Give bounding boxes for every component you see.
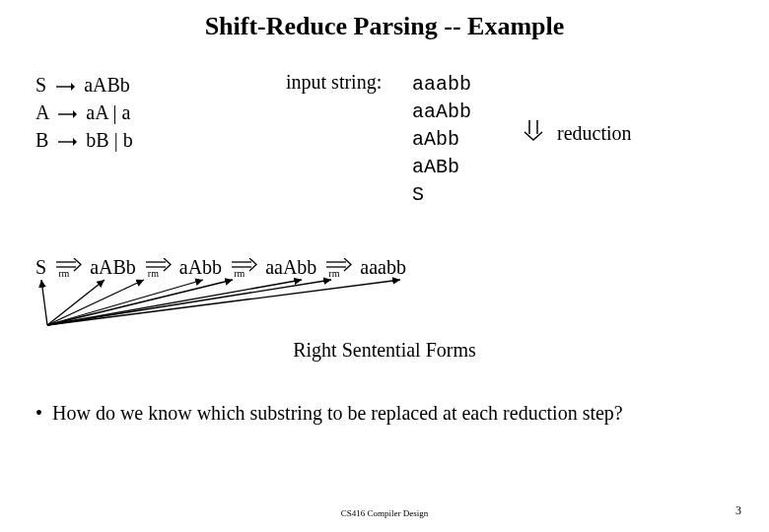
derivation-step: aaabb [412, 71, 471, 99]
derivation-step: aaAbb [412, 99, 471, 126]
produces-arrow-icon [57, 107, 77, 121]
grammar-lhs: S [35, 74, 46, 96]
grammar-block: S aABb A aA | a B bB | b [35, 71, 133, 154]
svg-line-23 [47, 280, 400, 325]
produces-arrow-icon [55, 80, 75, 94]
derivation-column: aaabb aaAbb aAbb aABb S [412, 71, 471, 209]
bullet-text: How do we know which substring to be rep… [52, 402, 623, 424]
derivation-step: aAbb [412, 126, 471, 154]
grammar-rule: B bB | b [35, 126, 133, 154]
handle-arrows-icon [35, 276, 450, 335]
svg-marker-5 [73, 138, 77, 146]
down-double-arrow-icon [523, 118, 544, 142]
svg-marker-1 [71, 83, 75, 91]
svg-marker-3 [73, 110, 77, 118]
grammar-rhs: aABb [84, 74, 130, 96]
reduction-label: reduction [557, 122, 632, 145]
page-number: 3 [735, 503, 741, 518]
svg-line-22 [47, 280, 331, 325]
svg-line-16 [41, 280, 47, 325]
produces-arrow-icon [57, 135, 77, 149]
derivation-step: aABb [412, 154, 471, 181]
derivation-step: S [412, 181, 471, 209]
grammar-rhs: aA | a [86, 101, 130, 123]
slide-title: Shift-Reduce Parsing -- Example [0, 12, 769, 41]
right-sentential-forms-label: Right Sentential Forms [0, 339, 769, 362]
footer-course: CS416 Compiler Design [0, 508, 769, 518]
svg-line-19 [47, 280, 203, 325]
bullet-dot-icon: • [35, 402, 42, 424]
grammar-lhs: B [35, 129, 48, 151]
grammar-lhs: A [35, 101, 48, 123]
grammar-rule: A aA | a [35, 99, 133, 126]
grammar-rhs: bB | b [86, 129, 132, 151]
input-string-label: input string: [286, 71, 382, 94]
svg-line-21 [47, 280, 302, 325]
bullet-point: •How do we know which substring to be re… [35, 402, 734, 425]
slide: Shift-Reduce Parsing -- Example S aABb A… [0, 0, 769, 532]
grammar-rule: S aABb [35, 71, 133, 99]
